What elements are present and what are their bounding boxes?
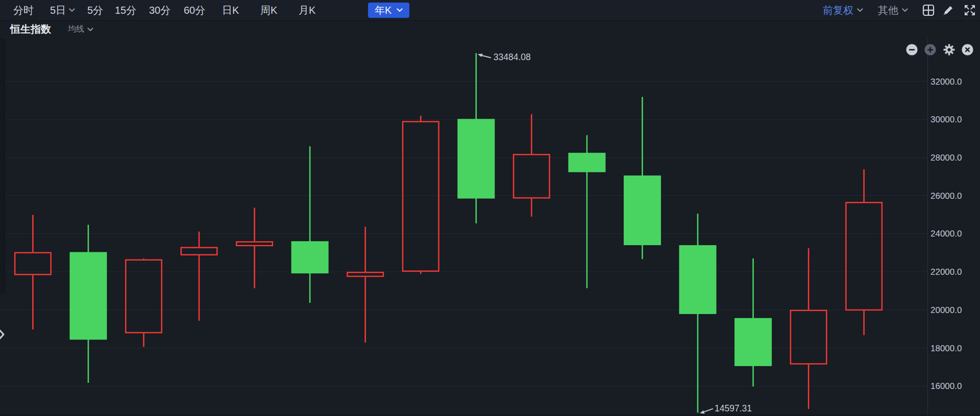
period-tab-label: 30分 <box>149 4 170 17</box>
ma-label: 均线 <box>68 24 84 35</box>
chevron-down-icon <box>902 8 908 12</box>
period-tab-label: 15分 <box>115 4 136 17</box>
period-tab-label: 周K <box>260 4 277 17</box>
chevron-down-icon <box>397 8 403 12</box>
symbol-name: 恒生指数 <box>10 20 51 38</box>
period-tab-intraday[interactable]: 分时 <box>13 0 34 20</box>
y-axis-tick-label: 20000.0 <box>930 305 962 315</box>
chevron-down-icon <box>69 8 75 12</box>
period-tab-yearly-selected[interactable]: 年K <box>368 3 409 18</box>
adjust-mode-label: 前复权 <box>823 4 853 17</box>
candle[interactable] <box>791 248 827 409</box>
period-tab-60min[interactable]: 60分 <box>184 0 205 20</box>
period-tab-label: 分时 <box>13 4 34 17</box>
settings-gear-icon[interactable] <box>943 44 955 56</box>
candle[interactable] <box>236 207 272 288</box>
period-tab-label: 5分 <box>87 4 103 17</box>
candle[interactable] <box>291 146 329 303</box>
y-axis-tick-label: 22000.0 <box>930 267 962 277</box>
candle[interactable] <box>15 215 51 329</box>
period-tab-5min[interactable]: 5分 <box>87 0 103 20</box>
period-tab-label: 5日 <box>50 4 66 17</box>
other-dropdown[interactable]: 其他 <box>878 0 908 20</box>
other-dropdown-label: 其他 <box>878 4 898 17</box>
period-tab-daily[interactable]: 日K <box>222 0 239 20</box>
y-axis-tick-label: 18000.0 <box>930 344 962 353</box>
candle[interactable] <box>734 258 772 386</box>
svg-text:33484.08: 33484.08 <box>494 52 531 62</box>
candle[interactable] <box>679 214 717 412</box>
candle[interactable] <box>69 225 107 383</box>
chart-subheader: 恒生指数 均线 <box>0 20 980 38</box>
y-axis-tick-label: 32000.0 <box>930 77 962 87</box>
candle[interactable] <box>568 135 605 288</box>
price-annotation: 33484.08 <box>478 52 531 62</box>
period-tab-monthly[interactable]: 月K <box>299 0 315 20</box>
y-axis-tick-label: 16000.0 <box>930 381 962 391</box>
left-panel-edge <box>0 38 5 294</box>
candlestick-chart[interactable]: 32000.030000.028000.026000.024000.022000… <box>0 0 980 416</box>
expand-panel-chevron-icon[interactable] <box>0 327 5 344</box>
fullscreen-icon[interactable] <box>963 4 976 17</box>
draw-pen-icon[interactable] <box>942 4 955 17</box>
zoom-out-icon[interactable] <box>906 44 918 56</box>
period-tab-label: 年K <box>375 4 391 17</box>
candle[interactable] <box>513 114 550 217</box>
y-axis-tick-label: 26000.0 <box>930 191 962 201</box>
zoom-in-icon[interactable] <box>924 44 936 56</box>
candle[interactable] <box>457 53 495 223</box>
candle[interactable] <box>181 231 217 321</box>
chevron-down-icon <box>857 8 863 12</box>
period-tab-label: 日K <box>222 4 239 17</box>
period-tab-label: 月K <box>299 4 315 17</box>
y-axis-tick-label: 28000.0 <box>930 153 962 163</box>
candle[interactable] <box>347 227 383 343</box>
y-axis-tick-label: 24000.0 <box>930 229 962 239</box>
y-axis-tick-label: 30000.0 <box>930 115 962 124</box>
stock-chart-app: { "toolbar": { "periods": ["分时", "5日", "… <box>0 0 980 416</box>
period-tab-weekly[interactable]: 周K <box>260 0 277 20</box>
svg-text:14597.31: 14597.31 <box>715 403 752 413</box>
candle[interactable] <box>624 97 661 259</box>
period-tab-5day[interactable]: 5日 <box>50 0 75 20</box>
period-tab-label: 60分 <box>184 4 205 17</box>
candle[interactable] <box>403 116 439 274</box>
period-tab-30min[interactable]: 30分 <box>149 0 170 20</box>
chevron-down-icon <box>87 28 93 32</box>
adjust-mode-dropdown[interactable]: 前复权 <box>823 0 863 20</box>
layout-grid-icon[interactable] <box>922 4 935 17</box>
period-toolbar: 分时 5日 5分 15分 30分 60分 日K 周K 月K 年K 前复权 其他 <box>0 0 980 21</box>
candle[interactable] <box>846 169 882 335</box>
period-tab-15min[interactable]: 15分 <box>115 0 136 20</box>
price-annotation: 14597.31 <box>700 403 752 414</box>
close-icon[interactable] <box>962 44 973 56</box>
ma-dropdown[interactable]: 均线 <box>68 20 93 38</box>
